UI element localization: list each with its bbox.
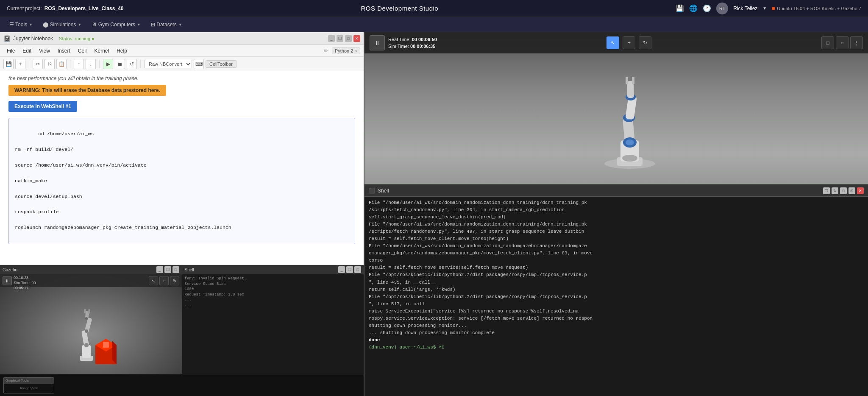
- gazebo-mini-tool3[interactable]: ↻: [170, 276, 179, 285]
- gazebo-mini-simtime-val: 00:05:17: [14, 286, 37, 291]
- gym-computers-menu[interactable]: 🖥 Gym Computers ▼: [87, 20, 145, 29]
- shell-restore-button[interactable]: ❐: [823, 187, 830, 194]
- move-down-button[interactable]: ↓: [86, 59, 96, 69]
- jupyter-menu-edit[interactable]: Edit: [19, 47, 35, 55]
- tools-menu[interactable]: ☰ Tools ▼: [5, 20, 37, 29]
- shell-mini-minimize-button[interactable]: _: [338, 266, 345, 273]
- warning-box: WARNING: This will erase the Database da…: [8, 85, 166, 96]
- shell-line-6: result = self.fetch_move_client.move_tor…: [369, 235, 864, 243]
- jupyter-menu-kernel[interactable]: Kernel: [91, 47, 113, 55]
- shell-prompt: (dnn_venv) user:~/ai_ws$ ^C: [369, 344, 864, 351]
- chevron-down-icon[interactable]: ▼: [762, 6, 767, 11]
- shell-mini-body[interactable]: fenv: Invalid Spin Request. Service Stan…: [182, 274, 364, 374]
- 3d-viewport[interactable]: ⏸ Real Time: 00 00:06:50 Sim Time: 00 00…: [364, 32, 868, 185]
- jupyter-menu-help[interactable]: Help: [113, 47, 131, 55]
- tools-chevron-icon: ▼: [29, 22, 33, 27]
- keyboard-shortcut-button[interactable]: ⌨: [194, 59, 204, 69]
- gazebo-mini-tool1[interactable]: ↖: [149, 276, 158, 285]
- app-title: ROS Development Studio: [361, 5, 438, 12]
- restart-button[interactable]: ↺: [127, 59, 137, 69]
- copy-button[interactable]: ⎘: [45, 59, 55, 69]
- viewport-right-tools: □ ○ ⋮: [821, 36, 863, 49]
- grid-tool-button[interactable]: ⋮: [850, 36, 863, 49]
- gazebo-mini-body[interactable]: ⏸ Real Time: 00 00:10:23 Sim Time: 00 00…: [0, 274, 182, 374]
- gazebo-restore-button[interactable]: ❐: [164, 266, 171, 273]
- pause-button[interactable]: ⏸: [370, 35, 385, 50]
- gazebo-mini-viewport: ⏸ Real Time: 00 00:10:23 Sim Time: 00 00…: [0, 274, 182, 374]
- gazebo-mini-pause-button[interactable]: ⏸: [3, 276, 12, 285]
- sphere-tool-button[interactable]: ○: [836, 36, 849, 49]
- code-line-7: roslaunch randomgazebomanager_pkg create…: [15, 225, 231, 230]
- execute-webshell-button[interactable]: Execute in WebShell #1: [8, 101, 77, 112]
- paste-button[interactable]: 📋: [56, 59, 67, 69]
- shell-line-4: File "/home/user/ai_ws/src/domain_random…: [369, 221, 864, 228]
- celltoolbar-label: CellToolbar: [206, 60, 236, 68]
- cut-button[interactable]: ✂: [33, 59, 43, 69]
- shell-maximize-button[interactable]: □: [840, 187, 847, 194]
- shell-mini-line4: Request Timestamp: 1.0 sec: [185, 292, 362, 298]
- gazebo-minimize-button[interactable]: _: [156, 266, 163, 273]
- toolbar-divider-3: [99, 60, 100, 68]
- cell-type-select[interactable]: Raw NBConvert Code Markdown: [144, 60, 192, 68]
- shell-mini-restore-button[interactable]: ❐: [346, 266, 353, 273]
- viewport-timer: Real Time: 00 00:06:50 Sim Time: 00 00:0…: [388, 36, 437, 50]
- shell-content[interactable]: File "/home/user/ai_ws/src/domain_random…: [364, 197, 868, 396]
- add-tool-button[interactable]: +: [623, 36, 635, 49]
- jupyter-close-button[interactable]: ✕: [353, 35, 360, 42]
- svg-rect-6: [88, 309, 90, 313]
- move-up-button[interactable]: ↑: [74, 59, 84, 69]
- jupyter-minimize-button[interactable]: _: [328, 35, 335, 42]
- graphical-tools-thumbnail[interactable]: Graphical Tools Image View: [3, 377, 54, 393]
- svg-point-27: [622, 155, 637, 162]
- gazebo-mini-title: Gazebo: [3, 268, 17, 272]
- shell-close-button[interactable]: ✕: [857, 187, 864, 194]
- jupyter-maximize-button[interactable]: □: [345, 35, 352, 42]
- gazebo-mini-tool2[interactable]: +: [159, 276, 169, 285]
- jupyter-menu-insert[interactable]: Insert: [54, 47, 74, 55]
- shell-line-12: ", line 435, in __call__: [369, 279, 864, 286]
- shell-refresh-button[interactable]: ↻: [832, 187, 838, 194]
- save-icon[interactable]: 💾: [676, 4, 684, 12]
- run-button[interactable]: ▶: [103, 59, 113, 69]
- simulations-menu-label: ⬤ Simulations: [43, 22, 76, 28]
- simulations-menu[interactable]: ⬤ Simulations ▼: [39, 20, 86, 29]
- shell-split-button[interactable]: ⊞: [849, 187, 855, 194]
- gazebo-mini-timer: Real Time: 00 00:10:23 Sim Time: 00 00:0…: [14, 274, 37, 290]
- svg-rect-23: [626, 77, 628, 84]
- viewport-toolbar: ⏸ Real Time: 00 00:06:50 Sim Time: 00 00…: [364, 32, 868, 53]
- shell-line-11: File "/opt/ros/kinetic/lib/python2.7/dis…: [369, 271, 864, 279]
- robot-3d-container: [562, 58, 698, 178]
- jupyter-menu-cell[interactable]: Cell: [75, 47, 90, 55]
- gazebo-maximize-button[interactable]: □: [172, 266, 179, 273]
- top-navigation: Current project: ROS_Developers_Live_Cla…: [0, 0, 868, 17]
- code-line-5: source devel/setup.bash: [15, 194, 82, 199]
- avatar[interactable]: RT: [716, 3, 728, 14]
- edit-icon[interactable]: ✏: [324, 47, 328, 54]
- add-cell-button[interactable]: +: [15, 59, 25, 69]
- graphical-tools-title: Graphical Tools: [4, 378, 54, 384]
- cursor-tool-button[interactable]: ↖: [606, 36, 619, 49]
- code-line-4: catkin_make: [15, 178, 47, 184]
- stop-button[interactable]: ◼: [115, 59, 125, 69]
- box-tool-button[interactable]: □: [821, 36, 834, 49]
- code-cell[interactable]: cd /home/user/ai_ws rm -rf build/ devel/…: [8, 118, 355, 244]
- ubuntu-label: Ubuntu 16.04 + ROS Kinetic + Gazebo 7: [777, 6, 861, 11]
- jupyter-menu-view[interactable]: View: [36, 47, 53, 55]
- ubuntu-indicator: Ubuntu 16.04 + ROS Kinetic + Gazebo 7: [772, 6, 861, 11]
- jupyter-restore-button[interactable]: ❐: [337, 35, 343, 42]
- shell-mini-maximize-button[interactable]: □: [354, 266, 361, 273]
- jupyter-menu-file[interactable]: File: [3, 47, 18, 55]
- notebook-content[interactable]: the best performance you will obtain in …: [0, 71, 364, 265]
- save-button[interactable]: 💾: [3, 59, 14, 69]
- clock-icon[interactable]: 🕐: [703, 4, 711, 12]
- jupyter-titlebar: 📓 Jupyter Notebook Status: running ● _ ❐…: [0, 32, 364, 45]
- code-line-2: rm -rf build/ devel/: [15, 147, 73, 152]
- globe-icon[interactable]: 🌐: [689, 4, 698, 12]
- svg-point-26: [626, 139, 634, 145]
- shell-line-5: /scripts/fetch_randomenv.py", line 497, …: [369, 228, 864, 235]
- refresh-tool-button[interactable]: ↻: [639, 36, 651, 49]
- datasets-menu-label: ⊞ Datasets: [151, 22, 177, 28]
- jupyter-menu-right: ✏ Python 2 ○: [324, 47, 360, 54]
- jupyter-toolbar: 💾 + ✂ ⎘ 📋 ↑ ↓ ▶ ◼ ↺ Raw NBConvert Code M…: [0, 57, 364, 71]
- datasets-menu[interactable]: ⊞ Datasets ▼: [147, 20, 186, 29]
